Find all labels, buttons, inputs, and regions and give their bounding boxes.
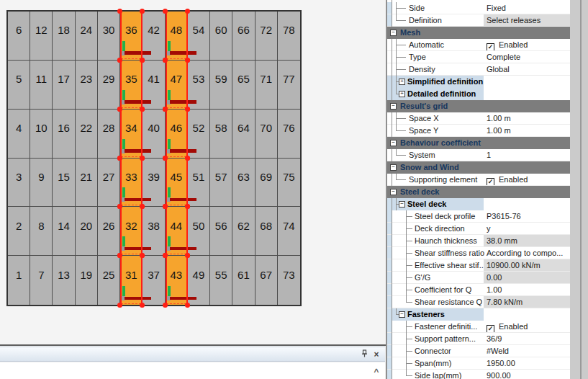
panel-cell[interactable]: 43 — [166, 256, 188, 305]
panel-cell[interactable]: 74 — [278, 207, 300, 256]
panel-cell[interactable]: 44 — [166, 207, 188, 256]
panel-cell[interactable]: 75 — [278, 159, 300, 208]
panel-cell[interactable]: 59 — [210, 61, 232, 110]
property-value[interactable]: According to compo... — [484, 247, 570, 259]
property-value[interactable]: Complete — [484, 51, 570, 63]
property-value[interactable]: Global — [484, 63, 570, 75]
panel-cell[interactable]: 55 — [210, 256, 232, 305]
panel-cell[interactable]: 19 — [76, 256, 98, 305]
property-value[interactable]: ✓Enabled — [484, 39, 570, 50]
panel-cell[interactable]: 66 — [232, 12, 255, 61]
property-value[interactable]: 36/9 — [484, 333, 570, 344]
property-value[interactable]: 38.0 mm — [484, 235, 570, 246]
model-canvas[interactable]: 6121824303642485460667278511172329354147… — [0, 0, 386, 344]
panel-cell[interactable]: 28 — [98, 110, 120, 159]
panel-cell[interactable]: 31 — [120, 256, 143, 305]
property-value[interactable]: P3615-76 — [484, 210, 570, 222]
panel-cell[interactable]: 17 — [53, 61, 75, 110]
property-value[interactable]: y — [484, 223, 570, 234]
panel-cell[interactable]: 62 — [232, 207, 255, 256]
panel-cell[interactable]: 69 — [255, 159, 278, 208]
panel-cell[interactable]: 36 — [120, 12, 143, 61]
panel-cell[interactable]: 72 — [255, 12, 278, 61]
panel-cell[interactable]: 26 — [98, 207, 120, 256]
collapse-icon[interactable]: − — [390, 103, 397, 110]
property-value[interactable]: #Weld — [484, 345, 570, 357]
panel-cell[interactable]: 7 — [30, 256, 53, 305]
scroll-up-button[interactable]: ∧ — [368, 365, 385, 375]
panel-cell[interactable]: 46 — [166, 110, 188, 159]
panel-cell[interactable]: 6 — [8, 12, 30, 61]
panel-cell[interactable]: 67 — [255, 256, 278, 305]
panel-cell[interactable]: 60 — [210, 12, 232, 61]
property-value[interactable]: 1.00 m — [484, 112, 570, 124]
panel-cell[interactable]: 61 — [232, 256, 255, 305]
panel-cell[interactable]: 32 — [120, 207, 143, 256]
property-value[interactable]: ✓Enabled — [484, 174, 570, 185]
panel-cell[interactable]: 13 — [53, 256, 75, 305]
panel-cell[interactable]: 5 — [8, 61, 30, 110]
close-icon[interactable]: × — [371, 349, 381, 360]
checkbox[interactable]: ✓ — [487, 178, 494, 185]
panel-cell[interactable]: 45 — [166, 159, 188, 208]
panel-cell[interactable]: 33 — [120, 159, 143, 208]
panel-cell[interactable]: 11 — [30, 61, 53, 110]
collapse-icon[interactable]: − — [390, 140, 397, 146]
panel-cell[interactable]: 8 — [30, 207, 53, 256]
panel-cell[interactable]: 76 — [278, 110, 300, 159]
panel-cell[interactable]: 3 — [8, 159, 30, 208]
panel-cell[interactable]: 2 — [8, 207, 30, 256]
panel-cell[interactable]: 18 — [53, 12, 75, 61]
panel-cell[interactable]: 16 — [53, 110, 75, 159]
panel-cell[interactable]: 78 — [278, 12, 300, 61]
panel-cell[interactable]: 70 — [255, 110, 278, 159]
property-value[interactable]: 0.00 — [484, 272, 570, 283]
checkbox[interactable]: ✓ — [487, 43, 494, 50]
panel-cell[interactable]: 65 — [232, 61, 255, 110]
panel-cell[interactable]: 21 — [76, 159, 98, 208]
property-value[interactable]: Fixed — [484, 2, 570, 14]
collapse-icon[interactable]: − — [390, 189, 397, 195]
panel-cell[interactable]: 27 — [98, 159, 120, 208]
collapse-icon[interactable]: − — [399, 201, 405, 208]
property-value[interactable]: 1950.00 — [484, 357, 570, 369]
panel-cell[interactable]: 34 — [120, 110, 143, 159]
panel-cell[interactable]: 29 — [98, 61, 120, 110]
panel-cell[interactable]: 24 — [76, 12, 98, 61]
panel-cell[interactable]: 57 — [210, 159, 232, 208]
property-value[interactable]: 10900.00 kN/m — [484, 259, 570, 271]
panel-cell[interactable]: 35 — [120, 61, 143, 110]
panel-cell[interactable]: 56 — [210, 207, 232, 256]
expand-icon[interactable]: + — [399, 91, 405, 97]
property-value[interactable]: 7.80 kN/m — [484, 296, 570, 308]
panel-cell[interactable]: 23 — [76, 61, 98, 110]
panel-cell[interactable]: 25 — [98, 256, 120, 305]
panel-cell[interactable]: 15 — [53, 159, 75, 208]
property-value[interactable]: 1 — [484, 149, 570, 161]
panel-cell[interactable]: 20 — [76, 207, 98, 256]
expand-icon[interactable]: + — [399, 79, 405, 85]
panel-cell[interactable]: 73 — [278, 256, 300, 305]
pin-icon[interactable] — [359, 349, 369, 360]
property-value[interactable]: 1.00 m — [484, 125, 570, 136]
panel-cell[interactable]: 64 — [232, 110, 255, 159]
panel-cell[interactable]: 14 — [53, 207, 75, 256]
panel-cell[interactable]: 10 — [30, 110, 53, 159]
panel-cell[interactable]: 12 — [30, 12, 53, 61]
panel-cell[interactable]: 77 — [278, 61, 300, 110]
panel-cell[interactable]: 1 — [8, 256, 30, 305]
panel-cell[interactable]: 71 — [255, 61, 278, 110]
panel-cell[interactable]: 30 — [98, 12, 120, 61]
panel-cell[interactable]: 58 — [210, 110, 232, 159]
panel-cell[interactable]: 48 — [166, 12, 188, 61]
panel-cell[interactable]: 63 — [232, 159, 255, 208]
panel-cell[interactable]: 47 — [166, 61, 188, 110]
checkbox[interactable]: ✓ — [487, 325, 494, 332]
property-value[interactable]: Select releases — [484, 14, 570, 26]
property-value[interactable]: 900.00 — [484, 370, 570, 379]
collapse-icon[interactable]: − — [390, 30, 397, 36]
property-value[interactable]: 1.00 — [484, 284, 570, 295]
panel-cell[interactable]: 9 — [30, 159, 53, 208]
collapse-icon[interactable]: − — [390, 164, 397, 171]
collapse-icon[interactable]: − — [399, 311, 405, 318]
